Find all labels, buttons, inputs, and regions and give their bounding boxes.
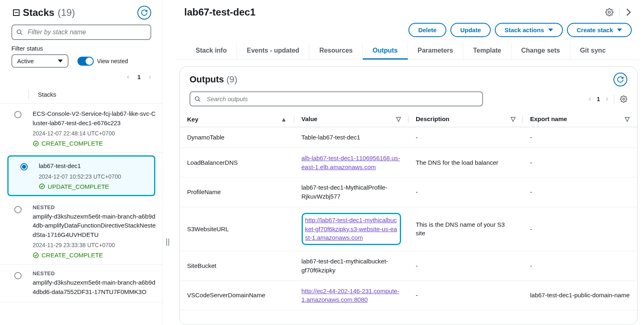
table-row: LoadBalancerDNS alb-lab67-test-dec1-1106… [180, 148, 637, 177]
stack-timestamp: 2024-11-29 23:33:38 UTC+0700 [33, 242, 156, 248]
stacks-count: (19) [57, 7, 75, 18]
tab-events-updated[interactable]: Events - updated [237, 43, 309, 60]
sidebar-pager: ‹ 1 › [0, 70, 163, 85]
stack-filter-input[interactable] [11, 24, 151, 40]
divider [29, 89, 29, 99]
table-row: VSCodeServerDomainName http://ec2-44-202… [180, 281, 637, 310]
filter-status-label: Filter status [11, 45, 151, 52]
cell-description: The DNS for the load balancer [408, 148, 523, 177]
cell-key: ProfileName [180, 177, 294, 207]
delete-button[interactable]: Delete [408, 23, 446, 37]
refresh-outputs-button[interactable] [613, 73, 627, 86]
sort-asc-icon: ▲ [281, 116, 287, 123]
stack-name: amplify-d3kshuzexm5e6t-main-branch-a6b9d… [33, 212, 156, 240]
toggle-switch-icon [77, 57, 94, 66]
col-export[interactable]: Export name▽ [523, 111, 637, 127]
sort-icon: ▽ [625, 115, 630, 123]
search-icon [16, 29, 23, 35]
stack-item[interactable]: NESTEDamplify-d3kshuzexm5e6t-main-branch… [0, 199, 163, 265]
outputs-prev-page[interactable]: ‹ [589, 95, 591, 103]
update-button[interactable]: Update [450, 23, 491, 37]
radio-icon[interactable] [14, 272, 22, 279]
tabs: Stack infoEvents - updatedResourcesOutpu… [177, 43, 640, 60]
refresh-button[interactable] [137, 6, 151, 20]
outputs-table: Key▲ Value▽ Description▽ Export name▽ Dy… [180, 111, 637, 310]
cell-value: alb-lab67-test-dec1-1106956168.us-east-1… [294, 148, 409, 177]
svg-point-10 [623, 98, 625, 100]
stack-item[interactable]: NESTEDamplify-d3kshuzexm5e6t-main-branch… [0, 265, 163, 303]
svg-point-0 [17, 30, 21, 33]
settings-icon[interactable] [620, 95, 627, 103]
nested-badge: NESTED [33, 270, 156, 276]
next-page-button[interactable]: › [149, 73, 151, 81]
main-panel: lab67-test-dec1 Delete Update Stack acti… [173, 0, 644, 325]
col-description[interactable]: Description▽ [408, 111, 523, 127]
output-link[interactable]: alb-lab67-test-dec1-1106956168.us-east-1… [302, 155, 400, 170]
cell-export: - [523, 251, 637, 281]
outputs-panel: Outputs (9) ‹ 1 › [179, 66, 637, 325]
status-select-value: Active [17, 57, 34, 64]
cell-key: LoadBalancerDNS [180, 148, 294, 177]
cell-key: VSCodeServerDomainName [180, 281, 294, 310]
stacks-heading: − Stacks (19) [13, 7, 75, 18]
view-nested-toggle[interactable]: View nested [77, 57, 128, 66]
chevron-down-icon [617, 29, 622, 31]
page-number: 1 [137, 74, 141, 80]
tab-git-sync[interactable]: Git sync [570, 43, 615, 60]
cell-value: http://ec2-44-202-146-231.compute-1.amaz… [294, 281, 409, 310]
stack-timestamp: 2024-12-07 22:48:14 UTC+0700 [33, 130, 156, 137]
tab-outputs[interactable]: Outputs [363, 43, 408, 60]
stack-item[interactable]: ECS-Console-V2-Service-fcj-lab67-like-sv… [0, 104, 163, 153]
view-nested-label: View nested [97, 58, 128, 64]
chevron-right-icon[interactable] [625, 8, 632, 17]
cell-export: - [523, 177, 637, 207]
action-buttons: Delete Update Stack actions Create stack [173, 23, 644, 43]
sort-icon: ▽ [396, 115, 401, 123]
cell-description: This is the DNS name of your S3 site [408, 207, 523, 251]
search-icon [194, 96, 201, 102]
cell-export: - [523, 127, 637, 148]
col-key[interactable]: Key▲ [180, 111, 294, 127]
sort-icon: ▽ [511, 115, 516, 123]
radio-icon[interactable] [14, 206, 22, 213]
search-outputs-input[interactable] [190, 91, 483, 106]
stack-status: CREATE_COMPLETE [33, 252, 156, 259]
stack-item[interactable]: lab67-test-dec12024-12-07 10:52:23 UTC+0… [7, 155, 155, 196]
divider [614, 95, 614, 104]
outputs-next-page[interactable]: › [606, 95, 608, 103]
tab-resources[interactable]: Resources [309, 43, 363, 60]
stacks-title: Stacks [23, 7, 54, 18]
gear-icon[interactable] [605, 8, 613, 16]
stack-actions-button[interactable]: Stack actions [495, 23, 563, 37]
svg-rect-6 [168, 239, 169, 246]
radio-icon[interactable] [20, 163, 28, 170]
stack-name: lab67-test-dec1 [39, 161, 148, 171]
output-value: lab67-test-dec1-MythicalProfile-RjkuvWzb… [302, 184, 388, 200]
cell-key: S3WebsiteURL [180, 207, 294, 251]
cell-value: lab67-test-dec1-mythicalbucket-gf70f6kzi… [294, 251, 409, 281]
radio-icon[interactable] [14, 111, 22, 118]
table-row: DynamoTable Table-lab67-test-dec1 - - [180, 127, 637, 148]
output-link[interactable]: http://lab67-test-dec1-mythicalbucket-gf… [305, 217, 397, 241]
collapse-icon[interactable]: − [13, 9, 20, 16]
tab-template[interactable]: Template [463, 43, 512, 60]
sidebar: − Stacks (19) Filter status Active [0, 0, 163, 325]
stack-timestamp: 2024-12-07 10:52:23 UTC+0700 [39, 173, 148, 180]
tab-change-sets[interactable]: Change sets [512, 43, 570, 60]
output-link[interactable]: http://ec2-44-202-146-231.compute-1.amaz… [302, 287, 399, 303]
divider [619, 8, 620, 17]
svg-line-1 [20, 33, 22, 35]
status-select[interactable]: Active [11, 54, 68, 68]
stacks-list-header: Stacks [38, 91, 56, 98]
nested-badge: NESTED [33, 204, 156, 210]
table-row: S3WebsiteURL http://lab67-test-dec1-myth… [180, 207, 637, 251]
prev-page-button[interactable]: ‹ [127, 73, 129, 81]
create-stack-button[interactable]: Create stack [567, 23, 632, 37]
tab-stack-info[interactable]: Stack info [186, 43, 237, 60]
col-value[interactable]: Value▽ [294, 111, 409, 127]
resize-handle[interactable] [163, 0, 173, 325]
cell-description: - [408, 251, 523, 281]
highlighted-link: http://lab67-test-dec1-mythicalbucket-gf… [302, 213, 401, 245]
chevron-down-icon [58, 60, 63, 62]
tab-parameters[interactable]: Parameters [408, 43, 463, 60]
